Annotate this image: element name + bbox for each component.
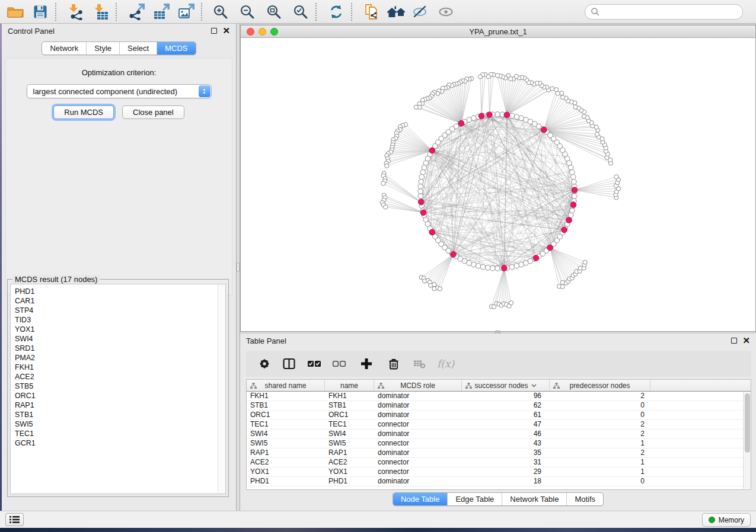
table-cell: 0 (550, 477, 650, 486)
table-row[interactable]: ACE2ACE2connector311 (247, 458, 751, 467)
select-all-button[interactable] (307, 357, 322, 371)
table-cell: YOX1 (325, 467, 374, 476)
import-network-icon (68, 4, 84, 20)
export-image-button[interactable] (176, 2, 197, 22)
add-row-button[interactable] (359, 357, 374, 371)
search-input[interactable] (585, 4, 743, 20)
network-window-titlebar[interactable]: YPA_prune.txt_1 (241, 25, 755, 38)
show-all-button[interactable] (435, 2, 457, 22)
result-node[interactable]: SRD1 (15, 344, 225, 353)
close-panel-button[interactable]: Close panel (122, 105, 184, 119)
table-cell: connector (374, 420, 462, 429)
float-panel-icon[interactable] (731, 338, 737, 344)
table-cell: 0 (550, 401, 650, 410)
tab-mcds[interactable]: MCDS (157, 42, 195, 55)
table-row[interactable]: RAP1RAP1dominator352 (247, 448, 751, 458)
column-header-predecessor-nodes[interactable]: predecessor nodes (550, 380, 650, 391)
result-node[interactable]: CAR1 (15, 296, 225, 306)
vertical-splitter[interactable] (236, 24, 240, 511)
table-row[interactable]: STB1STB1dominator620 (247, 401, 751, 411)
toolbar-separator (351, 3, 352, 21)
result-node[interactable]: FKH1 (15, 363, 225, 372)
result-node[interactable]: SWI4 (15, 334, 225, 344)
mcds-result-list[interactable]: PHD1CAR1STP4TID3YOX1SWI4SRD1PMA2FKH1ACE2… (10, 284, 226, 494)
table-row[interactable]: SWI5SWI5connector431 (247, 439, 751, 448)
table-cell: 1 (550, 458, 650, 467)
table-row[interactable]: ORC1ORC1dominator610 (247, 411, 751, 420)
result-node[interactable]: ACE2 (15, 372, 225, 382)
tab-select[interactable]: Select (119, 42, 157, 55)
table-row[interactable]: TEC1TEC1connector472 (247, 420, 751, 430)
result-node[interactable]: TEC1 (15, 429, 225, 438)
column-header-shared-name[interactable]: shared name (247, 380, 325, 391)
table-row[interactable]: FKH1FKH1dominator962 (247, 392, 751, 401)
result-node[interactable]: YOX1 (15, 325, 225, 334)
tab-edge-table[interactable]: Edge Table (447, 493, 502, 505)
zoom-selected-button[interactable] (290, 2, 311, 22)
network-graph[interactable] (241, 38, 755, 331)
result-scrollbar[interactable] (218, 284, 225, 493)
mcds-result-title: MCDS result (17 nodes) (12, 275, 100, 284)
tab-style[interactable]: Style (86, 42, 119, 55)
open-session-button[interactable] (5, 2, 26, 22)
deselect-all-button[interactable] (331, 357, 347, 371)
column-header-name[interactable]: name (325, 380, 374, 391)
splitter-handle[interactable] (237, 262, 240, 272)
scrollbar-thumb[interactable] (745, 393, 750, 453)
result-node[interactable]: TID3 (15, 315, 225, 325)
refresh-button[interactable] (326, 2, 347, 22)
column-header-mcds-role[interactable]: MCDS role (374, 380, 462, 391)
save-session-button[interactable] (30, 2, 51, 22)
network-canvas[interactable] (241, 38, 755, 331)
table-row[interactable]: SWI4SWI4dominator462 (247, 430, 751, 439)
table-cell: 61 (462, 411, 550, 419)
copy-document-button[interactable] (361, 2, 382, 22)
tab-network-table[interactable]: Network Table (502, 493, 566, 505)
result-node[interactable]: SWI5 (15, 419, 225, 429)
sort-chevron-icon[interactable] (531, 384, 537, 387)
zoom-out-button[interactable] (237, 2, 258, 22)
close-panel-icon[interactable]: ✕ (222, 28, 230, 34)
table-cell: dominator (374, 411, 462, 419)
result-node[interactable]: GCR1 (15, 438, 225, 448)
first-neighbors-button[interactable] (386, 2, 407, 22)
result-node[interactable]: PHD1 (15, 287, 225, 296)
import-table-button[interactable] (90, 2, 111, 22)
delete-row-button[interactable] (386, 357, 401, 371)
result-node[interactable]: ORC1 (15, 391, 225, 400)
run-mcds-button[interactable]: Run MCDS (53, 105, 114, 119)
table-cell: 1 (550, 467, 650, 476)
table-row[interactable]: PHD1PHD1dominator180 (247, 477, 751, 486)
zoom-in-button[interactable] (210, 2, 231, 22)
task-history-button[interactable] (5, 513, 24, 526)
table-cell: 2 (550, 392, 650, 400)
split-panel-button[interactable] (282, 357, 297, 371)
close-window-icon[interactable] (247, 28, 254, 36)
table-scrollbar[interactable] (743, 392, 751, 489)
float-panel-icon[interactable] (211, 28, 217, 34)
export-network-button[interactable] (126, 2, 147, 22)
tab-node-table[interactable]: Node Table (393, 493, 448, 505)
list-icon (9, 515, 20, 524)
result-node[interactable]: STP4 (15, 306, 225, 315)
tab-motifs[interactable]: Motifs (566, 493, 603, 505)
close-panel-icon[interactable]: ✕ (742, 338, 750, 344)
tab-network[interactable]: Network (42, 42, 86, 55)
column-header-successor-nodes[interactable]: successor nodes (462, 380, 550, 391)
result-node[interactable]: RAP1 (15, 400, 225, 410)
table-settings-button[interactable] (257, 357, 272, 371)
maximize-window-icon[interactable] (270, 28, 278, 36)
export-table-button[interactable] (151, 2, 172, 22)
minimize-window-icon[interactable] (259, 28, 266, 36)
result-node[interactable]: STB5 (15, 382, 225, 391)
criterion-select[interactable]: largest connected component (undirected)… (27, 84, 212, 98)
result-node[interactable]: STB1 (15, 410, 225, 419)
table-row[interactable]: YOX1YOX1connector291 (247, 467, 751, 477)
result-node[interactable]: PMA2 (15, 353, 225, 363)
zoom-fit-button[interactable] (263, 2, 285, 22)
table-cell: FKH1 (325, 392, 374, 400)
import-network-button[interactable] (65, 2, 87, 22)
hide-selected-button[interactable] (410, 2, 431, 22)
memory-button[interactable]: Memory (702, 513, 751, 527)
control-panel-title: Control Panel (8, 27, 55, 36)
